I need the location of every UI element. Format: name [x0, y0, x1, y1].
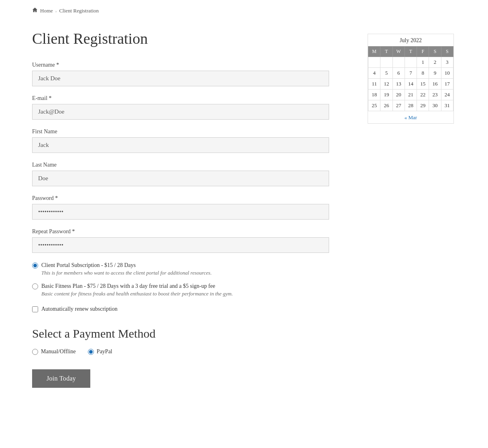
- calendar-day: 28: [405, 100, 417, 111]
- subscription-radio-2[interactable]: [32, 283, 38, 289]
- subscription-options: Client Portal Subscription - $15 / 28 Da…: [32, 262, 344, 297]
- calendar-day: 29: [417, 100, 429, 111]
- calendar-day: 27: [392, 100, 405, 111]
- subscription-1-title: Client Portal Subscription - $15 / 28 Da…: [41, 262, 136, 268]
- calendar-day: 20: [392, 90, 405, 100]
- calendar-day: 24: [441, 90, 453, 100]
- calendar-day: 11: [368, 79, 380, 90]
- cal-header-t1: T: [380, 47, 392, 57]
- calendar-day: 2: [429, 57, 441, 68]
- calendar-day: 16: [429, 79, 441, 90]
- payment-section: Select a Payment Method Manual/Offline P…: [32, 327, 344, 355]
- auto-renew-checkbox[interactable]: [32, 306, 38, 312]
- calendar-day: 13: [392, 79, 405, 90]
- last-name-label: Last Name: [32, 162, 344, 168]
- calendar-day: 15: [417, 79, 429, 90]
- sidebar: July 2022 M T W T F S S 1234567891011121…: [368, 30, 456, 388]
- auto-renew-group: Automatically renew subscription: [32, 306, 344, 312]
- email-field-group: E-mail *: [32, 95, 344, 120]
- first-name-field-group: First Name: [32, 128, 344, 153]
- first-name-input[interactable]: [32, 137, 329, 153]
- calendar-body: 1234567891011121314151617181920212223242…: [368, 57, 453, 111]
- subscription-option-1: Client Portal Subscription - $15 / 28 Da…: [32, 262, 344, 276]
- repeat-password-label: Repeat Password *: [32, 228, 344, 235]
- username-field-group: Username *: [32, 62, 344, 86]
- calendar-week-3: 11121314151617: [368, 79, 453, 90]
- payment-method-manual: Manual/Offline: [32, 348, 76, 355]
- payment-section-title: Select a Payment Method: [32, 327, 344, 340]
- calendar-week-2: 45678910: [368, 68, 453, 79]
- calendar-day: 19: [380, 90, 392, 100]
- repeat-password-field-group: Repeat Password *: [32, 228, 344, 253]
- cal-header-m: M: [368, 47, 380, 57]
- email-label: E-mail *: [32, 95, 344, 102]
- subscription-2-desc: Basic content for fitness freaks and hea…: [41, 291, 344, 297]
- payment-method-paypal: PayPal: [88, 348, 112, 355]
- calendar-day: 22: [417, 90, 429, 100]
- calendar-day: [392, 57, 405, 68]
- calendar-title: July 2022: [368, 34, 453, 46]
- calendar-day: 25: [368, 100, 380, 111]
- calendar-day: 5: [380, 68, 392, 79]
- calendar-day: 23: [429, 90, 441, 100]
- repeat-password-input[interactable]: [32, 237, 329, 253]
- payment-paypal-label[interactable]: PayPal: [97, 348, 112, 355]
- home-icon: [32, 7, 38, 14]
- last-name-field-group: Last Name: [32, 162, 344, 186]
- form-section: Client Registration Username * E-mail *: [32, 30, 344, 388]
- subscription-1-desc: This is for members who want to access t…: [41, 270, 344, 276]
- breadcrumb: Home › Client Registration: [0, 0, 488, 22]
- calendar-day: [368, 57, 380, 68]
- first-name-label: First Name: [32, 128, 344, 135]
- calendar-day: 6: [392, 68, 405, 79]
- payment-methods: Manual/Offline PayPal: [32, 348, 344, 355]
- calendar-day: 7: [405, 68, 417, 79]
- calendar-day: 14: [405, 79, 417, 90]
- cal-header-s1: S: [429, 47, 441, 57]
- breadcrumb-home-link[interactable]: Home: [40, 8, 53, 14]
- breadcrumb-current: Client Registration: [59, 8, 99, 14]
- username-input[interactable]: [32, 71, 329, 86]
- calendar-header-row: M T W T F S S: [368, 47, 453, 57]
- username-label: Username *: [32, 62, 344, 68]
- calendar-table: M T W T F S S 12345678910111213141516171…: [368, 46, 453, 111]
- calendar-day: 12: [380, 79, 392, 90]
- calendar-week-1: 123: [368, 57, 453, 68]
- password-field-group: Password *: [32, 195, 344, 220]
- payment-radio-paypal[interactable]: [88, 349, 94, 355]
- calendar-day: 9: [429, 68, 441, 79]
- calendar-prev-link[interactable]: « Mar: [405, 114, 417, 120]
- last-name-input[interactable]: [32, 171, 329, 186]
- calendar-day: 17: [441, 79, 453, 90]
- calendar-day: 8: [417, 68, 429, 79]
- calendar-week-4: 18192021222324: [368, 90, 453, 100]
- calendar-day: 26: [380, 100, 392, 111]
- cal-header-s2: S: [441, 47, 453, 57]
- auto-renew-label[interactable]: Automatically renew subscription: [41, 306, 118, 312]
- cal-header-f: F: [417, 47, 429, 57]
- calendar-day: [380, 57, 392, 68]
- payment-radio-manual[interactable]: [32, 349, 38, 355]
- calendar-day: 3: [441, 57, 453, 68]
- subscription-2-title: Basic Fitness Plan - $75 / 28 Days with …: [41, 283, 215, 289]
- subscription-option-2: Basic Fitness Plan - $75 / 28 Days with …: [32, 283, 344, 297]
- password-input[interactable]: [32, 204, 329, 220]
- join-today-button[interactable]: Join Today: [32, 369, 90, 388]
- calendar-day: 21: [405, 90, 417, 100]
- calendar-day: 1: [417, 57, 429, 68]
- subscription-radio-1[interactable]: [32, 263, 38, 269]
- calendar-day: 4: [368, 68, 380, 79]
- breadcrumb-separator: ›: [55, 8, 57, 13]
- calendar-day: 31: [441, 100, 453, 111]
- cal-header-w: W: [392, 47, 405, 57]
- password-label: Password *: [32, 195, 344, 202]
- registration-form: Username * E-mail * First Name L: [32, 62, 344, 388]
- calendar-day: [405, 57, 417, 68]
- calendar-week-5: 25262728293031: [368, 100, 453, 111]
- page-title: Client Registration: [32, 30, 344, 47]
- calendar: July 2022 M T W T F S S 1234567891011121…: [368, 34, 454, 124]
- email-input[interactable]: [32, 104, 329, 120]
- payment-manual-label[interactable]: Manual/Offline: [41, 348, 76, 355]
- calendar-day: 18: [368, 90, 380, 100]
- calendar-day: 10: [441, 68, 453, 79]
